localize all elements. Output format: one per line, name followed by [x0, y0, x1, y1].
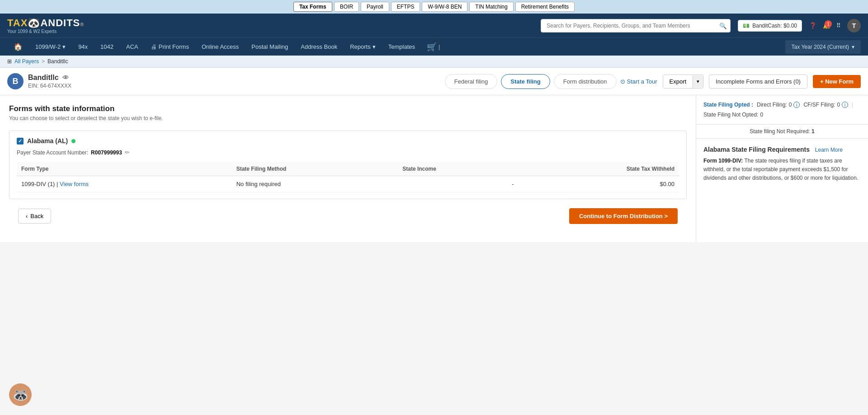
- side-panel: State Filing Opted : Direct Filing: 0 i …: [696, 95, 868, 242]
- bandit-cash[interactable]: 💵 BanditCash: $0.00: [738, 20, 802, 32]
- search-input[interactable]: [541, 19, 731, 33]
- account-number-value: R007999993: [91, 149, 122, 156]
- state-name: Alabama (AL): [27, 137, 68, 145]
- export-button-group: Export ▾: [663, 75, 704, 89]
- form-type-name: 1099-DIV: [21, 181, 46, 187]
- top-nav-w9w8[interactable]: W-9/W-8 BEN: [422, 2, 467, 12]
- nav-94x[interactable]: 94x: [72, 39, 94, 55]
- nav-reports[interactable]: Reports ▾: [344, 39, 382, 55]
- tab-federal-filing[interactable]: Federal filing: [445, 74, 497, 89]
- nav-address-book-label: Address Book: [301, 43, 337, 50]
- cfsf-count: 0: [837, 102, 840, 108]
- header-actions: ⊙ Start a Tour Export ▾ Incomplete Forms…: [620, 75, 861, 89]
- not-required-row: State filing Not Required: 1: [696, 125, 868, 139]
- col-form-type: Form Type: [17, 162, 232, 176]
- cart-icon[interactable]: 🛒: [427, 42, 437, 52]
- forms-table: Form Type State Filing Method State Inco…: [17, 162, 679, 192]
- eye-icon[interactable]: 👁: [62, 74, 69, 81]
- stats-divider: |: [852, 102, 853, 108]
- nav-online-access-label: Online Access: [202, 43, 239, 50]
- tax-year-label: Tax Year 2024 (Current): [792, 44, 849, 50]
- start-tour-label: Start a Tour: [627, 78, 657, 85]
- bandit-cash-label: BanditCash: $0.00: [752, 23, 797, 29]
- header-icons: ❓ 🔔 1 ⠿ T: [809, 19, 861, 33]
- nav-1099w2[interactable]: 1099/W-2 ▾: [29, 39, 72, 55]
- row-form-type: 1099-DIV (1) | View forms: [17, 176, 232, 192]
- payer-info: Banditllc 👁 EIN: 64-674XXXX: [28, 74, 434, 89]
- export-caret-button[interactable]: ▾: [693, 75, 703, 88]
- breadcrumb-current: Banditllc: [47, 58, 68, 65]
- opted-label: State Filing Opted :: [703, 102, 753, 108]
- notification-icon[interactable]: 🔔 1: [823, 22, 830, 29]
- nav-online-access[interactable]: Online Access: [195, 39, 245, 55]
- tab-state-filing[interactable]: State filing: [501, 74, 550, 89]
- back-button[interactable]: ‹ Back: [18, 209, 51, 224]
- state-checkbox[interactable]: [17, 138, 24, 145]
- top-nav-retirement[interactable]: Retirement Benefits: [515, 2, 575, 12]
- help-icon[interactable]: ❓: [809, 22, 816, 29]
- nav-templates[interactable]: Templates: [382, 39, 421, 55]
- search-bar: 🔍: [541, 19, 731, 33]
- form-type-count: (1): [48, 181, 55, 187]
- export-main-button[interactable]: Export: [663, 75, 693, 88]
- req-form-label: Form 1099-DIV:: [703, 158, 743, 164]
- header: TAX🐼ANDITS® Your 1099 & W2 Experts 🔍 💵 B…: [0, 14, 868, 37]
- row-separator: |: [57, 181, 60, 187]
- tab-form-distribution[interactable]: Form distribution: [554, 74, 617, 89]
- incomplete-forms-button[interactable]: Incomplete Forms and Errors (0): [709, 75, 807, 89]
- top-nav-boir[interactable]: BOIR: [334, 2, 359, 12]
- content-layout: Forms with state information You can cho…: [0, 95, 868, 242]
- nav-templates-label: Templates: [388, 43, 415, 50]
- nav-aca[interactable]: ACA: [120, 39, 145, 55]
- grid-icon[interactable]: ⠿: [836, 22, 841, 29]
- account-number-label: Payer State Account Number:: [17, 149, 88, 156]
- breadcrumb-all-payers[interactable]: All Payers: [14, 58, 39, 65]
- direct-info-icon[interactable]: i: [793, 102, 800, 108]
- logo-text: TAX🐼ANDITS®: [7, 17, 84, 29]
- view-forms-link[interactable]: View forms: [60, 181, 89, 187]
- not-opted-label: State Filing Not Opted:: [703, 112, 758, 118]
- state-active-dot: [71, 139, 75, 143]
- avatar[interactable]: T: [847, 19, 861, 33]
- top-nav-eftps[interactable]: EFTPS: [391, 2, 420, 12]
- top-nav-payroll[interactable]: Payroll: [361, 2, 389, 12]
- search-icon[interactable]: 🔍: [719, 22, 727, 29]
- tax-year-button[interactable]: Tax Year 2024 (Current) ▾: [785, 40, 861, 54]
- row-filing-method: No filing required: [232, 176, 398, 192]
- nav-print-forms[interactable]: 🖨 Print Forms: [145, 39, 195, 55]
- section-title: Forms with state information: [9, 104, 687, 113]
- continue-button[interactable]: Continue to Form Distribution >: [569, 208, 678, 224]
- req-title-text: Alabama State Filing Requirements: [703, 146, 810, 153]
- back-arrow-icon: ‹: [26, 213, 28, 219]
- edit-icon[interactable]: ✏: [125, 149, 130, 156]
- bandit-cash-icon: 💵: [743, 23, 750, 29]
- cfsf-stat: CF/SF Filing: 0 i: [803, 102, 848, 108]
- nav-postal-mailing[interactable]: Postal Mailing: [245, 39, 294, 55]
- nav-postal-mailing-label: Postal Mailing: [251, 43, 288, 50]
- row-state-tax: $0.00: [519, 176, 679, 192]
- notification-badge: 1: [825, 20, 832, 28]
- not-opted-stat: State Filing Not Opted: 0: [703, 112, 763, 118]
- payer-ein: EIN: 64-674XXXX: [28, 83, 434, 89]
- nav-1042-label: 1042: [100, 43, 113, 50]
- req-text: Form 1099-DIV: The state requires filing…: [703, 157, 861, 183]
- stats-row: State Filing Opted : Direct Filing: 0 i …: [703, 102, 861, 118]
- new-form-button[interactable]: + New Form: [813, 75, 861, 88]
- tax-year-caret: ▾: [852, 44, 854, 50]
- back-label: Back: [30, 213, 43, 219]
- top-nav-tax-forms[interactable]: Tax Forms: [293, 2, 332, 12]
- start-tour-button[interactable]: ⊙ Start a Tour: [620, 78, 657, 85]
- home-button[interactable]: 🏠: [7, 38, 29, 56]
- nav-address-book[interactable]: Address Book: [294, 39, 344, 55]
- state-header: Alabama (AL): [17, 137, 679, 145]
- cfsf-info-icon[interactable]: i: [842, 102, 848, 108]
- not-required-label: State filing Not Required:: [750, 128, 810, 135]
- col-state-income: State Income: [398, 162, 518, 176]
- learn-more-link[interactable]: Learn More: [815, 147, 843, 153]
- top-nav-tin-matching[interactable]: TIN Matching: [469, 2, 513, 12]
- tour-icon: ⊙: [620, 78, 625, 85]
- col-filing-method: State Filing Method: [232, 162, 398, 176]
- nav-1042[interactable]: 1042: [94, 39, 120, 55]
- row-state-income: -: [398, 176, 518, 192]
- payer-header: B Banditllc 👁 EIN: 64-674XXXX Federal fi…: [0, 68, 868, 95]
